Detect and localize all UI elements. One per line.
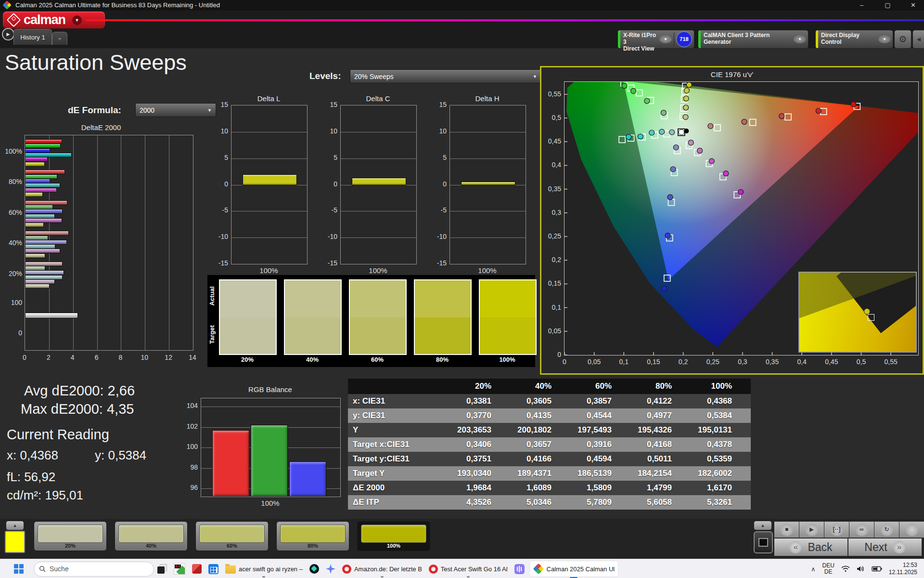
deltaL-xlabel: 100%: [231, 266, 307, 275]
deltaH-ytick--5: -5: [429, 206, 447, 214]
current-x-value: x: 0,4368: [7, 448, 58, 463]
taskbar-app-folder[interactable]: acer swift go ai ryzen –: [222, 559, 306, 578]
sidebar-up-button[interactable]: ▲: [754, 521, 772, 530]
patch-tile-60%[interactable]: 60%: [195, 521, 269, 551]
patch-tile-20%[interactable]: 20%: [34, 521, 107, 551]
deltae-ytick-80%: 80%: [0, 178, 22, 185]
actual-row-label: Actual: [208, 275, 216, 318]
table-row-label: Y: [348, 425, 438, 435]
stop-button[interactable]: ■: [774, 521, 799, 538]
patch-tile-40%[interactable]: 40%: [115, 521, 188, 551]
play-button[interactable]: ▶: [799, 521, 824, 538]
pattern-generator-dropdown[interactable]: CalMAN Client 3 Pattern Generator ▼: [698, 30, 808, 49]
add-tab-button[interactable]: +: [52, 32, 67, 45]
table-cell: 0,4977: [618, 411, 679, 420]
calman-app-icon: [2, 0, 11, 9]
taskbar-app-meter[interactable]: 8.8: [170, 559, 189, 578]
table-cell: 0,4368: [679, 396, 739, 406]
search-input[interactable]: Suche: [34, 562, 154, 577]
table-row-6: ΔE 20001,96841,60891,58091,47991,6170: [348, 481, 751, 495]
chevron-down-icon: ▼: [533, 74, 537, 79]
deltaH-ytick-0: 0: [429, 180, 447, 188]
close-button[interactable]: ✕: [902, 0, 924, 11]
cie-ytick-3: 0,15: [541, 279, 561, 287]
settings-button[interactable]: ⚙: [894, 30, 911, 49]
taskbar-app-store[interactable]: [205, 559, 222, 578]
cie-xtick-7: 0,35: [762, 358, 783, 366]
patch-tile-80%[interactable]: 80%: [276, 521, 349, 551]
cie-ytick-11: 0,55: [541, 90, 561, 98]
meter-device-dropdown[interactable]: X-Rite i1Pro 3 Direct View ▼ 718: [617, 30, 694, 49]
deltaL-plot-area: [231, 105, 308, 264]
collapse-panel-button[interactable]: ◀: [912, 30, 924, 49]
cie-measured-red-1: [742, 119, 747, 124]
taskbar-app-bird[interactable]: [306, 559, 322, 578]
taskbar-app-opera[interactable]: Test Acer Swift Go 16 Al: [425, 559, 511, 578]
rgb-ytick-96: 96: [180, 484, 198, 491]
cie-ytick-8: 0,4: [541, 161, 561, 169]
table-cell: 0,5359: [679, 454, 739, 464]
start-button[interactable]: [11, 559, 27, 578]
calman-logo-icon: [7, 13, 21, 27]
rgb-ytick-104: 104: [180, 402, 198, 409]
table-header-20%: 20%: [438, 381, 498, 391]
de-formula-dropdown[interactable]: 2000▼: [135, 103, 216, 117]
table-cell: 1,9684: [438, 483, 498, 493]
deltaC-title: Delta C: [340, 94, 416, 103]
table-row-1: y: CIE310,37700,41350,45440,49770,5384: [348, 408, 751, 423]
taskbar-app-levels[interactable]: [511, 559, 528, 578]
cie-measured-cyan-3: [638, 134, 643, 139]
chevron-down-icon[interactable]: ▼: [878, 35, 891, 43]
refresh-button[interactable]: ↻: [874, 521, 899, 538]
deltae-xtick-12: 12: [161, 354, 176, 361]
patch-list-up-button[interactable]: ▲: [6, 521, 24, 530]
actual-target-patch-strip: ActualTarget20%40%60%80%100%: [207, 275, 535, 367]
minimize-button[interactable]: –: [851, 0, 873, 11]
table-header-row: 20%40%60%80%100%: [348, 379, 751, 394]
taskbar-app-copilot[interactable]: [322, 559, 339, 578]
next-button[interactable]: Next»: [848, 538, 922, 556]
wifi-icon[interactable]: [841, 565, 850, 572]
taskbar-app-opera[interactable]: Amazon.de: Der letzte B: [339, 559, 425, 578]
cie-xtick-0: 0: [554, 358, 575, 366]
back-button[interactable]: «Back: [774, 538, 848, 556]
window-title: Calman 2025 Calman Ultimate for Business…: [15, 1, 220, 9]
cie-title: CIE 1976 u'v': [541, 70, 923, 79]
taskbar-app-redbox[interactable]: [189, 559, 205, 578]
meter-app-icon: 8.8: [174, 563, 185, 575]
deltae-bar-100%-5: [25, 162, 45, 167]
table-cell: 182,6002: [679, 469, 739, 478]
cie-measured-blue-4: [662, 286, 667, 291]
windows-pane: [19, 564, 24, 568]
taskbar-app-calman[interactable]: Calman 2025 Calman Ul: [529, 561, 619, 577]
loop-button[interactable]: ∞: [849, 521, 874, 538]
volume-icon[interactable]: [857, 565, 865, 572]
system-tray: ∧DEUDE12:5312.11.2025: [811, 562, 924, 576]
rgb-title: RGB Balance: [201, 385, 340, 394]
patch-tile-100%[interactable]: 100%: [357, 521, 430, 551]
windows-pane: [19, 569, 24, 574]
gridline: [169, 135, 169, 350]
levels-dropdown[interactable]: 20% Sweeps▼: [350, 69, 541, 83]
chevron-down-icon[interactable]: ▼: [659, 35, 672, 43]
tray-chevron-icon[interactable]: ∧: [811, 565, 816, 573]
display-control-dropdown[interactable]: Direct Display Control ▼: [815, 30, 893, 49]
maximize-button[interactable]: ▢: [877, 0, 898, 11]
target-row-label: Target: [208, 313, 216, 356]
history-panel-toggle[interactable]: ▶: [2, 28, 14, 40]
pattern-window-button[interactable]: [754, 531, 773, 553]
blank-button[interactable]: [899, 521, 924, 538]
language-indicator[interactable]: DEUDE: [822, 563, 834, 575]
cie-measured-green-0: [661, 110, 666, 116]
calman-app-window: Calman 2025 Calman Ultimate for Business…: [0, 0, 924, 578]
pattern-generator-label: CalMAN Client 3 Pattern Generator: [704, 32, 792, 45]
table-row-label: ΔE 2000: [348, 483, 438, 493]
chevron-down-icon[interactable]: ▼: [794, 35, 806, 43]
tab-history-1[interactable]: History 1: [13, 29, 52, 45]
red-cube-icon: [192, 564, 202, 574]
taskbar-app-taskview[interactable]: [154, 559, 170, 578]
cie-ytick-1: 0,05: [541, 327, 561, 335]
clock[interactable]: 12:5312.11.2025: [889, 562, 917, 576]
battery-icon[interactable]: [872, 566, 882, 572]
range-button[interactable]: [··]: [824, 521, 849, 538]
